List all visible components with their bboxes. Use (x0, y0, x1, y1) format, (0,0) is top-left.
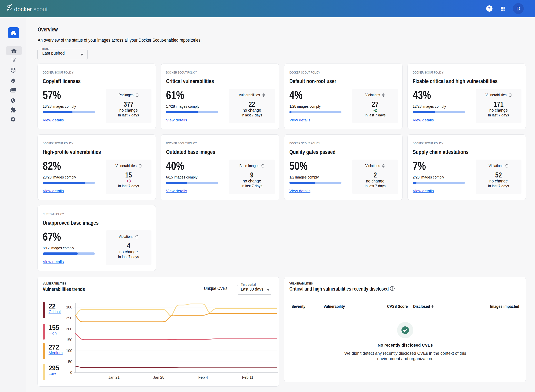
svg-text:50: 50 (68, 360, 72, 364)
svg-text:Jan 21: Jan 21 (108, 375, 120, 379)
svg-text:250: 250 (66, 316, 72, 320)
svg-text:200: 200 (66, 327, 72, 331)
svg-text:150: 150 (66, 338, 72, 342)
svg-text:0: 0 (70, 371, 72, 375)
svg-text:Jan 28: Jan 28 (153, 375, 164, 379)
svg-text:Feb 11: Feb 11 (242, 375, 253, 379)
svg-text:300: 300 (66, 305, 72, 309)
svg-text:100: 100 (66, 349, 72, 353)
svg-text:Feb 4: Feb 4 (198, 375, 208, 379)
